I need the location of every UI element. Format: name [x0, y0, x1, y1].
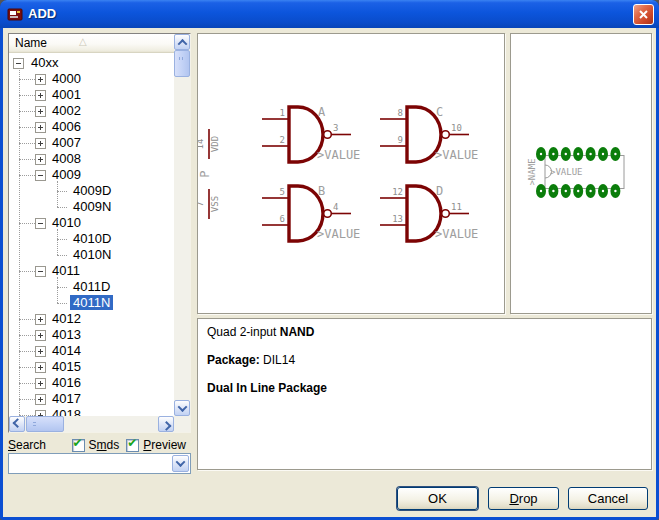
svg-text:7: 7: [198, 201, 205, 206]
tree-connector: [19, 399, 35, 400]
schematic-preview-panel: 123A>VALUE8910C>VALUE564B>VALUE121311D>V…: [197, 33, 505, 314]
tree-connector: [19, 159, 35, 160]
tree-item-4015[interactable]: 4015: [49, 359, 84, 374]
description-line-2: Package: DIL14: [207, 353, 642, 367]
tree-item-4008[interactable]: 4008: [49, 151, 84, 166]
combobox-dropdown-button[interactable]: [172, 455, 189, 472]
svg-text:8: 8: [398, 108, 403, 118]
checkbox-group-preview: ✔Preview: [126, 438, 186, 452]
tree-expand-box-4012[interactable]: [35, 314, 46, 325]
tree-expand-box-4013[interactable]: [35, 330, 46, 341]
checkbox-label-smds[interactable]: Smds: [89, 438, 120, 452]
vertical-scroll-thumb[interactable]: [174, 50, 190, 77]
tree-item-40xx[interactable]: 40xx: [28, 55, 61, 70]
tree-expand-box-4015[interactable]: [35, 362, 46, 373]
tree-item-4010[interactable]: 4010: [49, 215, 84, 230]
tree-expand-box-4016[interactable]: [35, 378, 46, 389]
svg-text:>VALUE: >VALUE: [435, 227, 478, 241]
scroll-down-button[interactable]: [174, 400, 190, 416]
tree-rail: [57, 181, 58, 207]
tree-item-4006[interactable]: 4006: [49, 119, 84, 134]
svg-text:>NAME: >NAME: [527, 158, 537, 185]
tree-column-header-name[interactable]: Name △: [9, 34, 174, 53]
tree-expand-box-4000[interactable]: [35, 74, 46, 85]
description-line-1: Quad 2-input NAND: [207, 325, 642, 339]
scrollbar-corner: [174, 416, 190, 432]
checkbox-preview[interactable]: ✔: [126, 439, 139, 452]
tree-item-4002[interactable]: 4002: [49, 103, 84, 118]
checkbox-smds[interactable]: ✔: [72, 439, 85, 452]
add-dialog-window: ADD Name △ 40xx4000400140024006400740084…: [0, 0, 659, 520]
svg-text:>VALUE: >VALUE: [435, 148, 478, 162]
tree-item-4007[interactable]: 4007: [49, 135, 84, 150]
tree-collapse-box-4009[interactable]: [35, 170, 46, 181]
tree-collapse-box-40xx[interactable]: [13, 58, 24, 69]
tree-expand-box-4017[interactable]: [35, 394, 46, 405]
nand-gate-d: 121311D>VALUE: [380, 184, 478, 241]
tree-expand-box-4008[interactable]: [35, 154, 46, 165]
package-name: DIL14: [260, 353, 295, 367]
app-icon: [7, 6, 23, 22]
cancel-button[interactable]: Cancel: [568, 487, 648, 510]
scroll-up-button[interactable]: [174, 34, 190, 50]
close-button[interactable]: [633, 4, 654, 25]
tree-item-4010n[interactable]: 4010N: [70, 247, 114, 262]
tree-item-4012[interactable]: 4012: [49, 311, 84, 326]
tree-expand-box-4014[interactable]: [35, 346, 46, 357]
scroll-left-button[interactable]: [9, 416, 25, 432]
search-combobox[interactable]: [8, 453, 191, 474]
chevron-right-icon: [161, 420, 171, 430]
tree-expand-box-4006[interactable]: [35, 122, 46, 133]
tree-item-4011d[interactable]: 4011D: [70, 279, 113, 294]
ok-button[interactable]: OK: [397, 487, 478, 510]
svg-text:4: 4: [333, 202, 338, 212]
tree-item-4011[interactable]: 4011: [49, 263, 83, 278]
tree-expand-box-4002[interactable]: [35, 106, 46, 117]
schematic-preview: 123A>VALUE8910C>VALUE564B>VALUE121311D>V…: [198, 34, 504, 313]
title-bar[interactable]: ADD: [0, 0, 659, 28]
svg-text:VDD: VDD: [210, 136, 220, 152]
tree-item-4009n[interactable]: 4009N: [70, 199, 114, 214]
nand-gate-a: 123A>VALUE: [262, 105, 360, 162]
tree-expand-box-4001[interactable]: [35, 90, 46, 101]
tree-item-4011n[interactable]: 4011N: [70, 295, 113, 310]
svg-text:VSS: VSS: [210, 196, 220, 212]
horizontal-scroll-thumb[interactable]: [26, 416, 64, 432]
device-name: NAND: [280, 325, 315, 339]
tree-collapse-box-4010[interactable]: [35, 218, 46, 229]
tree-connector: [57, 303, 67, 304]
tree-item-4018[interactable]: 4018: [49, 407, 84, 416]
description-text: Quad 2-input: [207, 325, 280, 339]
tree-vertical-scrollbar[interactable]: [174, 34, 190, 416]
chevron-left-icon: [12, 418, 22, 428]
tree-connector: [19, 383, 35, 384]
svg-text:13: 13: [392, 214, 403, 224]
svg-text:3: 3: [333, 123, 338, 133]
scroll-right-button[interactable]: [158, 416, 174, 432]
svg-text:5: 5: [280, 187, 285, 197]
tree-item-4001[interactable]: 4001: [49, 87, 84, 102]
tree-item-4010d[interactable]: 4010D: [70, 231, 114, 246]
tree-connector: [19, 143, 35, 144]
tree-item-4016[interactable]: 4016: [49, 375, 84, 390]
tree-connector: [57, 207, 67, 208]
svg-text:>VALUE: >VALUE: [317, 148, 360, 162]
tree-item-4000[interactable]: 4000: [49, 71, 84, 86]
checkbox-label-preview[interactable]: Preview: [143, 438, 186, 452]
tree-rail: [57, 277, 58, 303]
tree-expand-box-4007[interactable]: [35, 138, 46, 149]
tree-collapse-box-4011[interactable]: [35, 266, 46, 277]
package-description: Dual In Line Package: [207, 381, 327, 395]
svg-text:P: P: [198, 170, 212, 177]
tree-connector: [57, 239, 67, 240]
tree-horizontal-scrollbar[interactable]: [9, 416, 174, 432]
dialog-client-area: Name △ 40xx40004001400240064007400840094…: [3, 28, 656, 517]
tree-expand-box-4018[interactable]: [35, 410, 46, 416]
tree-item-4009d[interactable]: 4009D: [70, 183, 114, 198]
drop-button[interactable]: Drop: [488, 487, 559, 510]
svg-text:9: 9: [398, 135, 403, 145]
tree-item-4017[interactable]: 4017: [49, 391, 84, 406]
tree-item-4014[interactable]: 4014: [49, 343, 84, 358]
tree-item-4013[interactable]: 4013: [49, 327, 84, 342]
tree-item-4009[interactable]: 4009: [49, 167, 84, 182]
